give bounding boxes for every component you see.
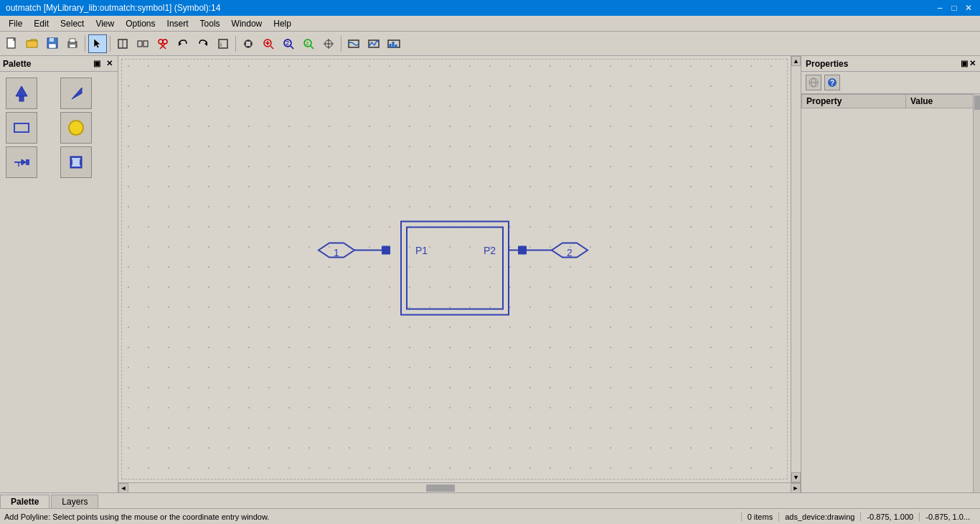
menu-options[interactable]: Options (120, 17, 161, 30)
palette-item-arrow-up[interactable] (6, 78, 37, 109)
sep3 (235, 36, 236, 52)
vscroll-down-button[interactable]: ▼ (791, 472, 801, 482)
tab-palette[interactable]: Palette (0, 495, 50, 508)
circuit-symbol-svg: 1 P1 P2 (275, 204, 634, 333)
svg-text:2: 2 (306, 40, 309, 47)
palette-close-button[interactable]: ✕ (104, 58, 115, 69)
toolbar-btn-redo[interactable] (194, 34, 212, 53)
toolbar-btn-7[interactable] (364, 34, 383, 53)
canvas-inner: 1 P1 P2 (118, 56, 801, 482)
svg-rect-52 (26, 159, 29, 165)
port1-label: 1 (334, 247, 339, 258)
svg-point-49 (69, 121, 83, 135)
new-file-button[interactable] (3, 34, 22, 53)
svg-line-34 (311, 46, 314, 49)
status-layer: ads_device:drawing (778, 513, 860, 521)
maximize-button[interactable]: □ (948, 2, 960, 14)
close-button[interactable]: ✕ (963, 2, 974, 14)
toolbar-btn-undo[interactable] (174, 34, 192, 53)
properties-vscrollbar[interactable] (973, 94, 980, 492)
menu-tools[interactable]: Tools (194, 17, 226, 30)
palette-item-pin[interactable] (6, 146, 37, 178)
sep2 (110, 36, 110, 52)
properties-panel: Properties ▣ ✕ ? Property Value (801, 56, 980, 492)
svg-rect-48 (14, 123, 29, 132)
value-column-header: Value (905, 95, 979, 108)
svg-rect-4 (49, 44, 56, 48)
palette-item-rect[interactable] (6, 112, 37, 144)
window-controls: – □ ✕ (934, 2, 974, 14)
dot-left (382, 246, 390, 255)
svg-text:2: 2 (286, 39, 289, 47)
svg-rect-1 (27, 41, 37, 47)
toolbar-btn-5[interactable]: 2 (299, 34, 318, 53)
toolbar-btn-2[interactable] (133, 34, 152, 53)
status-extra: -0.875, 1.0... (919, 513, 976, 521)
toolbar-zoom-in[interactable] (259, 34, 278, 53)
palette-item-component[interactable] (60, 146, 92, 178)
properties-restore-button[interactable]: ▣ (961, 59, 968, 68)
palette-title: Palette (3, 59, 31, 69)
tab-layers[interactable]: Layers (51, 495, 98, 508)
properties-globe-icon[interactable] (806, 75, 821, 90)
menu-file[interactable]: File (3, 17, 28, 30)
save-file-button[interactable] (43, 34, 62, 53)
menu-help[interactable]: Help (268, 17, 297, 30)
p1-label: P1 (415, 245, 428, 256)
palette-restore-button[interactable]: ▣ (91, 58, 103, 69)
hscroll-right-button[interactable]: ► (791, 483, 801, 493)
menu-edit[interactable]: Edit (28, 17, 55, 30)
svg-rect-6 (70, 39, 75, 42)
status-items: 0 items (741, 513, 778, 521)
main-box-inner (407, 228, 503, 309)
vscroll-up-button[interactable]: ▲ (791, 56, 801, 66)
symbol-diagram: 1 P1 P2 (275, 204, 634, 335)
toolbar-crosshair[interactable] (319, 34, 338, 53)
menu-insert[interactable]: Insert (161, 17, 194, 30)
palette-grid (0, 72, 118, 184)
properties-help-icon[interactable]: ? (824, 75, 840, 90)
canvas-area[interactable]: 1 P1 P2 (118, 56, 791, 482)
svg-marker-51 (22, 159, 26, 165)
toolbar: i 2 2 (0, 32, 980, 56)
print-button[interactable] (63, 34, 82, 53)
palette-item-arrow-diag[interactable] (60, 78, 92, 109)
toolbar-btn-4[interactable]: 2 (279, 34, 298, 53)
sep1 (85, 36, 85, 52)
port2-label: 2 (567, 247, 573, 258)
status-coordinates: -0.875, 1.000 (860, 513, 919, 521)
toolbar-btn-6[interactable] (344, 34, 363, 53)
svg-rect-12 (143, 41, 148, 47)
minimize-button[interactable]: – (934, 2, 946, 14)
properties-close-button[interactable]: ✕ (969, 59, 976, 68)
hscroll-left-button[interactable]: ◄ (118, 483, 128, 493)
toolbar-btn-8[interactable] (385, 34, 403, 53)
properties-scroll-thumb[interactable] (974, 95, 980, 110)
toolbar-move[interactable] (239, 34, 258, 53)
palette-item-circle[interactable] (60, 112, 92, 144)
svg-rect-11 (138, 41, 142, 47)
svg-rect-55 (72, 158, 80, 167)
canvas-wrapper: 1 P1 P2 (118, 56, 801, 492)
svg-point-14 (163, 39, 167, 44)
canvas-vscrollbar[interactable]: ▲ ▼ (791, 56, 801, 482)
property-column-header: Property (802, 95, 906, 108)
main-box-outer (401, 222, 509, 315)
canvas-hscrollbar[interactable]: ◄ ► (118, 482, 801, 492)
toolbar-btn-scissors[interactable] (154, 34, 172, 53)
menu-window[interactable]: Window (226, 17, 268, 30)
menu-select[interactable]: Select (55, 17, 90, 30)
p2-label: P2 (484, 245, 496, 256)
title-text: outmatch [MyLibrary_lib:outmatch:symbol1… (6, 3, 220, 13)
svg-text:?: ? (830, 79, 834, 87)
select-tool-button[interactable] (88, 34, 107, 53)
statusbar: Add Polyline: Select points using the mo… (0, 508, 980, 524)
svg-line-31 (291, 46, 293, 49)
open-file-button[interactable] (23, 34, 42, 53)
svg-rect-7 (70, 45, 75, 47)
properties-header: Properties ▣ ✕ (801, 56, 980, 72)
menu-view[interactable]: View (90, 17, 120, 30)
hscroll-thumb[interactable] (426, 485, 455, 492)
toolbar-btn-1[interactable] (113, 34, 132, 53)
toolbar-btn-3[interactable]: i (214, 34, 232, 53)
